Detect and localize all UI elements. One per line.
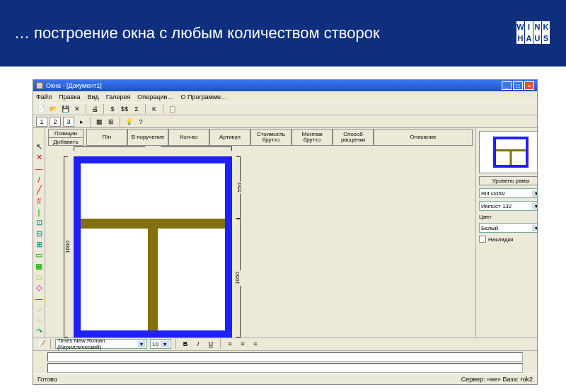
arrow-icon[interactable]: ▸ [76,117,86,127]
delete-tool-icon[interactable]: ✕ [34,153,44,162]
view-1-button[interactable]: 1 [36,117,47,127]
col-mount[interactable]: Монтаж брутто [291,129,333,146]
level-label: Уровень рамы [479,176,537,185]
add-button[interactable]: Добавить [48,137,83,146]
diamond-tool-icon[interactable]: ◇ [34,283,44,292]
rect-tool-icon[interactable]: ▭ [34,250,44,260]
delete-icon[interactable]: ✕ [72,104,82,114]
underline-button[interactable]: U [206,339,216,349]
square-tool-icon[interactable]: □ [34,272,44,282]
menu-edit[interactable]: Правка [59,93,80,100]
window-drawing[interactable] [74,156,232,338]
chevron-down-icon: ▾ [532,190,537,197]
logo: W I N K H A U S [516,21,552,45]
app-window: Окна - [Документ1] _ □ × Файл Правка Вид… [33,79,538,385]
menu-view[interactable]: Вид [88,93,99,100]
box2-tool-icon[interactable]: ⊟ [34,229,44,238]
drawing-canvas[interactable]: 1400 1600 550 1050 700 700 [45,146,475,338]
canvas-area: Позиции Добавить П/н В поручение Кол-во … [45,128,475,338]
curve2-tool-icon[interactable]: ⟍ [34,316,44,325]
main-area: ↖ ✕ — / ╱ # | ⊡ ⊟ ⊞ ▭ ▦ □ ◇ — ⟋ ⟍ ↷ Пози… [33,128,537,338]
sep-tool-icon[interactable]: — [34,294,44,304]
col-cost[interactable]: Стоимость брутто [250,129,291,146]
app-icon [36,82,43,89]
font-dropdown[interactable]: Times New Roman (Кириллический)▾ [55,339,147,349]
k-icon[interactable]: K [149,104,159,114]
print-icon[interactable]: 🖨 [90,104,100,114]
close-button[interactable]: × [524,81,534,90]
color-label: Цвет [479,214,537,220]
mullion-vertical[interactable] [148,229,158,330]
text-tool-icon[interactable]: 📝 [36,339,46,349]
status-bar: Готово Сервер: «не» База: rok2 [33,373,537,384]
window-frame[interactable] [74,156,232,338]
col-order[interactable]: В поручение [127,129,168,146]
overlay-checkbox-row[interactable]: Накладки [479,236,537,243]
vline-tool-icon[interactable]: | [34,207,44,217]
minimize-button[interactable]: _ [502,81,512,90]
window-title: Окна - [Документ1] [46,82,102,89]
col-pricing[interactable]: Способ расценки [333,129,374,146]
status-right: Сервер: «не» База: rok2 [461,376,533,383]
font-size-dropdown[interactable]: 10▾ [150,339,171,349]
grid1-icon[interactable]: ▦ [94,117,104,127]
paste-icon[interactable]: 📋 [167,104,177,114]
line-tool-icon[interactable]: / [34,175,44,184]
toolbar-main: 📄 📂 💾 ✕ 🖨 $ $$ Σ K 📋 [33,103,537,115]
help-icon[interactable]: ? [136,117,146,127]
slide-header: … построение окна с любым количеством ст… [0,0,566,67]
color-dropdown[interactable]: Белый▾ [479,223,537,233]
view-3-button[interactable]: 3 [63,117,74,127]
col-article[interactable]: Артикул [209,129,250,146]
positions-tab[interactable]: Позиции [48,129,83,137]
box1-tool-icon[interactable]: ⊡ [34,218,44,227]
price-icon[interactable]: $ [108,104,117,114]
text-area[interactable] [47,363,523,373]
status-left: Готово [37,376,57,383]
curve1-tool-icon[interactable]: ⟋ [34,305,44,314]
align-left-icon[interactable]: ≡ [225,339,235,349]
bulb-icon[interactable]: 💡 [124,117,134,127]
columns-header: Позиции Добавить П/н В поручение Кол-во … [45,128,475,146]
slide-title: … построение окна с любым количеством ст… [14,23,380,44]
select-tool-icon[interactable]: ↖ [34,142,44,151]
menu-bar: Файл Правка Вид Галерея Операции… О Прог… [33,91,537,103]
col-desc[interactable]: Описание [374,129,473,146]
align-center-icon[interactable]: ≡ [238,339,248,349]
sum-icon[interactable]: Σ [132,104,142,114]
text-toolbar: 📝 Times New Roman (Кириллический)▾ 10▾ B… [33,338,537,351]
impost-dropdown[interactable]: Импост 132▾ [479,201,537,211]
menu-operations[interactable]: Операции… [137,93,173,100]
new-icon[interactable]: 📄 [36,104,46,114]
maximize-button[interactable]: □ [513,81,523,90]
price2-icon[interactable]: $$ [120,104,129,114]
fill-tool-icon[interactable]: ▦ [34,262,44,271]
dimension-top: 1400 [74,146,232,155]
mullion-horizontal[interactable] [81,219,225,229]
hline-tool-icon[interactable]: — [34,164,44,173]
profile-dropdown[interactable]: Riif stdlW▾ [479,188,537,198]
toolbar-secondary: 1 2 3 ▸ ▦ ⊞ 💡 ? [33,115,537,128]
left-toolbox: ↖ ✕ — / ╱ # | ⊡ ⊟ ⊞ ▭ ▦ □ ◇ — ⟋ ⟍ ↷ [33,128,45,338]
col-qty[interactable]: Кол-во [168,129,209,146]
grid2-icon[interactable]: ⊞ [106,117,116,127]
grid-tool-icon[interactable]: # [34,197,44,206]
italic-button[interactable]: I [193,339,203,349]
dimension-left: 1600 [64,156,72,338]
rotate-tool-icon[interactable]: ↷ [34,327,44,336]
col-num[interactable]: П/н [86,129,127,146]
chevron-down-icon: ▾ [532,225,537,231]
save-icon[interactable]: 💾 [60,104,70,114]
box3-tool-icon[interactable]: ⊞ [34,240,44,249]
overlay-checkbox[interactable] [479,236,486,243]
menu-gallery[interactable]: Галерея [106,93,131,100]
menu-about[interactable]: О Программе… [180,93,227,100]
diag-tool-icon[interactable]: ╱ [34,185,44,195]
bold-button[interactable]: B [180,339,190,349]
chevron-down-icon: ▾ [138,341,145,347]
menu-file[interactable]: Файл [36,93,52,100]
view-2-button[interactable]: 2 [50,117,61,127]
ruler [47,352,523,362]
align-right-icon[interactable]: ≡ [250,339,260,349]
open-icon[interactable]: 📂 [48,104,58,114]
